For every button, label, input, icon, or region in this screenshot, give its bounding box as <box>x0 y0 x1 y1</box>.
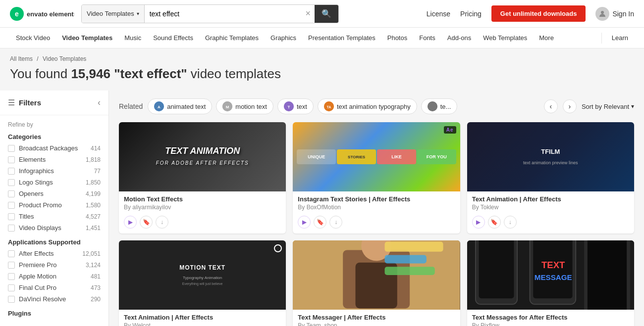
page-title: You found 15,946 "text effect" video tem… <box>10 66 634 82</box>
sidebar-content: Refine by Categories Broadcast Packages … <box>0 115 108 326</box>
card-1-thumbnail: Text AnimationFOR ADOBE AFTER EFFECTS <box>119 122 286 191</box>
category-name: Elements <box>19 156 46 163</box>
category-checkbox[interactable] <box>8 168 15 175</box>
app-checkbox[interactable] <box>8 250 15 257</box>
get-unlimited-button[interactable]: Get unlimited downloads <box>491 5 586 22</box>
app-count: 290 <box>91 296 101 303</box>
refine-label: Refine by <box>8 121 101 128</box>
related-tag-more[interactable]: te... <box>421 98 458 114</box>
main-layout: ☰ Filters ‹ Refine by Categories Broadca… <box>0 91 644 326</box>
category-broadcast-packages[interactable]: Broadcast Packages 414 <box>8 144 101 152</box>
nav-item-learn[interactable]: Learn <box>606 28 634 48</box>
app-apple-motion[interactable]: Apple Motion 481 <box>8 273 101 280</box>
app-count: 12,051 <box>82 250 101 257</box>
related-tag-motion-text[interactable]: M motion text <box>216 98 273 114</box>
category-infographics[interactable]: Infographics 77 <box>8 167 101 175</box>
app-checkbox[interactable] <box>8 262 15 269</box>
app-final-cut-pro[interactable]: Final Cut Pro 473 <box>8 284 101 291</box>
pricing-link[interactable]: Pricing <box>460 10 482 18</box>
search-input[interactable] <box>145 10 302 18</box>
app-name: Premiere Pro <box>19 261 57 269</box>
card-4[interactable]: MOTION TEXT Typography Animation Everyth… <box>119 240 286 326</box>
nav-item-graphics[interactable]: Graphics <box>265 28 302 48</box>
app-premiere-pro[interactable]: Premiere Pro 3,124 <box>8 261 101 269</box>
card-4-thumbnail: MOTION TEXT Typography Animation Everyth… <box>119 240 286 310</box>
category-video-displays[interactable]: Video Displays 1,451 <box>8 224 101 232</box>
card-6-info: Text Messages for After Effects By Pixfl… <box>467 310 634 326</box>
collapse-icon[interactable]: ‹ <box>98 97 101 108</box>
nav-item-add-ons[interactable]: Add-ons <box>441 28 477 48</box>
card-2-bookmark-btn[interactable]: 🔖 <box>314 216 326 229</box>
main-nav: Stock Video Video Templates Music Sound … <box>0 28 644 48</box>
app-checkbox[interactable] <box>8 296 15 303</box>
category-checkbox[interactable] <box>8 190 15 197</box>
card-3-bookmark-btn[interactable]: 🔖 <box>488 216 501 229</box>
search-category-selector[interactable]: Video Templates ▾ <box>82 5 145 23</box>
nav-item-photos[interactable]: Photos <box>381 28 413 48</box>
nav-item-stock-video[interactable]: Stock Video <box>10 28 56 48</box>
card-1-download-btn[interactable]: ↓ <box>156 216 168 229</box>
nav-item-presentation-templates[interactable]: Presentation Templates <box>302 28 381 48</box>
category-checkbox[interactable] <box>8 179 15 186</box>
app-checkbox[interactable] <box>8 273 15 280</box>
related-nav-prev[interactable]: ‹ <box>544 99 558 113</box>
nav-item-fonts[interactable]: Fonts <box>413 28 441 48</box>
search-submit-button[interactable]: 🔍 <box>315 5 338 23</box>
category-checkbox[interactable] <box>8 145 15 152</box>
card-3-preview-btn[interactable]: ▶ <box>472 216 485 229</box>
tag-label: motion text <box>235 103 267 110</box>
search-clear-button[interactable]: × <box>301 8 315 19</box>
page-title-count: 15,946 <box>71 66 110 81</box>
sort-selector[interactable]: Sort by Relevant ▾ <box>582 103 634 110</box>
sign-in-button[interactable]: Sign In <box>595 7 634 21</box>
app-davinci-resolve[interactable]: DaVinci Resolve 290 <box>8 295 101 303</box>
nav-item-music[interactable]: Music <box>118 28 147 48</box>
card-3[interactable]: TFILM text animation preview lines Text … <box>467 122 634 233</box>
results-grid: Text AnimationFOR ADOBE AFTER EFFECTS Mo… <box>119 122 634 326</box>
app-after-effects[interactable]: After Effects 12,051 <box>8 250 101 257</box>
category-titles[interactable]: Titles 4,527 <box>8 213 101 220</box>
app-checkbox[interactable] <box>8 284 15 291</box>
card-2-actions: ▶ 🔖 ↓ <box>293 213 460 233</box>
nav-item-video-templates[interactable]: Video Templates <box>56 28 118 48</box>
related-tag-text-animation-typography[interactable]: TA text animation typography <box>318 98 417 114</box>
card-1[interactable]: Text AnimationFOR ADOBE AFTER EFFECTS Mo… <box>119 122 286 233</box>
logo[interactable]: e envato elements <box>10 7 74 21</box>
card-1-bookmark-btn[interactable]: 🔖 <box>140 216 153 229</box>
card-5[interactable]: Text Messager | After Effects By Team_sh… <box>293 240 460 326</box>
card-1-actions: ▶ 🔖 ↓ <box>119 213 286 233</box>
card-2[interactable]: Ae UNIQUE STORIES LIKE FOR YOU Instagram… <box>293 122 460 233</box>
license-link[interactable]: License <box>427 10 450 18</box>
card-3-download-btn[interactable]: ↓ <box>504 216 517 229</box>
category-checkbox[interactable] <box>8 213 15 220</box>
related-tag-text[interactable]: T text <box>277 98 314 114</box>
card-2-download-btn[interactable]: ↓ <box>329 216 342 229</box>
sort-chevron-icon: ▾ <box>631 103 634 110</box>
card-5-author: By Team_shop <box>298 322 455 326</box>
card-2-title: Instagram Text Stories | After Effects <box>298 195 455 203</box>
related-nav-next[interactable]: › <box>563 99 577 113</box>
nav-item-more[interactable]: More <box>533 28 560 48</box>
category-checkbox[interactable] <box>8 202 15 209</box>
nav-item-web-templates[interactable]: Web Templates <box>477 28 533 48</box>
category-checkbox[interactable] <box>8 156 15 163</box>
category-name: Broadcast Packages <box>19 144 78 152</box>
category-product-promo[interactable]: Product Promo 1,580 <box>8 201 101 209</box>
breadcrumb-separator: / <box>37 55 38 62</box>
nav-item-graphic-templates[interactable]: Graphic Templates <box>199 28 265 48</box>
related-tag-animated-text[interactable]: A animated text <box>148 98 212 114</box>
category-elements[interactable]: Elements 1,818 <box>8 156 101 163</box>
tag-icon <box>428 101 437 111</box>
category-count: 1,580 <box>86 202 101 209</box>
search-category-label: Video Templates <box>87 10 134 17</box>
card-1-preview-btn[interactable]: ▶ <box>124 216 137 229</box>
category-logo-stings[interactable]: Logo Stings 1,850 <box>8 179 101 186</box>
breadcrumb-all-items[interactable]: All Items <box>10 55 33 62</box>
card-6[interactable]: TEXT MESSAGE Text Messages for After Eff… <box>467 240 634 326</box>
svg-rect-19 <box>385 267 435 275</box>
nav-item-sound-effects[interactable]: Sound Effects <box>147 28 199 48</box>
category-openers[interactable]: Openers 4,199 <box>8 190 101 197</box>
category-checkbox[interactable] <box>8 225 15 232</box>
card-2-preview-btn[interactable]: ▶ <box>298 216 311 229</box>
category-name: Infographics <box>19 167 54 175</box>
